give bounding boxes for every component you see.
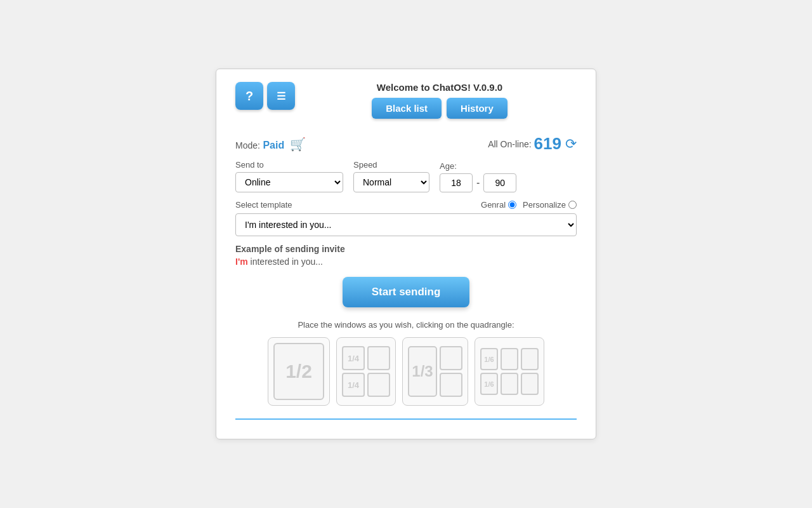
template-label: Select template [235, 200, 292, 210]
mode-row: Mode: Paid 🛒 All On-line: 619 ⟳ [235, 134, 577, 154]
changelog-button[interactable]: ☰ [267, 82, 295, 110]
layout-sixth-preview: 1/6 1/6 [480, 348, 539, 395]
example-text: I'm interested in you... [235, 257, 577, 267]
age-min-input[interactable] [440, 173, 473, 192]
layout-quarter-cell-1: 1/4 [342, 346, 365, 370]
online-label: All On-line: [488, 139, 531, 149]
radio-personalize-text: Personalize [523, 200, 566, 210]
mode-label: Mode: [235, 140, 260, 150]
layout-sixth-cell-6 [521, 373, 539, 395]
age-group: Age: - [440, 161, 516, 192]
start-sending-button[interactable]: Start sending [343, 277, 469, 307]
layout-option-sixth[interactable]: 1/6 1/6 [475, 337, 544, 406]
help-button[interactable]: ? [235, 82, 263, 110]
send-to-label: Send to [235, 160, 343, 170]
radio-group: Genral Personalize [481, 200, 577, 210]
layout-sixth-row-2: 1/6 [480, 373, 539, 395]
mode-value: Paid [263, 140, 284, 150]
layout-sixth-cell-2 [501, 348, 518, 370]
layout-quarter-cell-2 [367, 346, 390, 370]
layout-sixth-row-1: 1/6 [480, 348, 539, 370]
example-title: Example of sending invite [235, 244, 577, 254]
send-speed-age-row: Send to Online All Offline Speed Slow No… [235, 160, 577, 192]
template-select[interactable]: I'm interested in you... Hello! How are … [235, 213, 577, 236]
speed-label: Speed [353, 160, 429, 170]
radio-general-input[interactable] [508, 201, 516, 209]
age-dash: - [476, 177, 480, 189]
layout-option-half[interactable]: 1/2 [268, 337, 330, 406]
history-button[interactable]: History [447, 98, 508, 119]
layout-sixth-cell-5 [501, 373, 518, 395]
header-center: Welcome to ChatOS! V.0.9.0 Black list Hi… [303, 82, 577, 119]
layout-options: 1/2 1/4 1/4 1/3 [235, 337, 577, 406]
radio-general-text: Genral [481, 200, 506, 210]
layout-quarter-cell-4 [367, 373, 390, 397]
example-rest: interested in you... [248, 257, 323, 267]
blacklist-button[interactable]: Black list [372, 98, 442, 119]
online-count: 619 [534, 134, 561, 154]
age-inputs: - [440, 173, 516, 192]
main-panel: ? ☰ Welcome to ChatOS! V.0.9.0 Black lis… [216, 69, 596, 439]
template-header: Select template Genral Personalize [235, 200, 577, 210]
layout-sixth-cell-1: 1/6 [480, 348, 498, 370]
send-to-group: Send to Online All Offline [235, 160, 343, 192]
radio-personalize-label[interactable]: Personalize [523, 200, 577, 210]
radio-personalize-input[interactable] [568, 201, 577, 209]
layout-quarter-row-1: 1/4 [342, 346, 390, 370]
age-label: Age: [440, 161, 516, 171]
speed-group: Speed Slow Normal Fast [353, 160, 429, 192]
mode-section: Mode: Paid 🛒 [235, 137, 306, 152]
cart-icon: 🛒 [290, 137, 306, 152]
example-section: Example of sending invite I'm interested… [235, 244, 577, 267]
layout-sixth-cell-4: 1/6 [480, 373, 498, 395]
layout-third-main: 1/3 [408, 346, 437, 397]
template-section: Select template Genral Personalize I'm i… [235, 200, 577, 236]
radio-general-label[interactable]: Genral [481, 200, 516, 210]
layout-third-cell-1 [440, 346, 462, 370]
layout-quarter-preview: 1/4 1/4 [342, 346, 390, 397]
layout-third-right-col [440, 346, 462, 397]
online-section: All On-line: 619 ⟳ [488, 134, 577, 154]
layout-option-third[interactable]: 1/3 [402, 337, 468, 406]
top-icons: ? ☰ [235, 82, 295, 110]
refresh-icon[interactable]: ⟳ [565, 136, 577, 152]
example-im: I'm [235, 257, 248, 267]
send-to-select[interactable]: Online All Offline [235, 172, 343, 192]
layout-half-label: 1/2 [285, 361, 312, 382]
bottom-border [235, 418, 577, 420]
layout-quarter-row-2: 1/4 [342, 373, 390, 397]
layout-half-preview: 1/2 [273, 343, 324, 400]
header-buttons: Black list History [303, 98, 577, 119]
age-max-input[interactable] [483, 173, 516, 192]
layout-sixth-cell-3 [521, 348, 539, 370]
layout-instruction: Place the windows as you wish, clicking … [235, 320, 577, 330]
layout-third-cell-2 [440, 373, 462, 397]
layout-third-preview: 1/3 [408, 346, 462, 397]
speed-select[interactable]: Slow Normal Fast [353, 172, 429, 192]
layout-option-quarter[interactable]: 1/4 1/4 [336, 337, 396, 406]
welcome-text: Welcome to ChatOS! V.0.9.0 [303, 82, 577, 93]
layout-quarter-cell-3: 1/4 [342, 373, 365, 397]
